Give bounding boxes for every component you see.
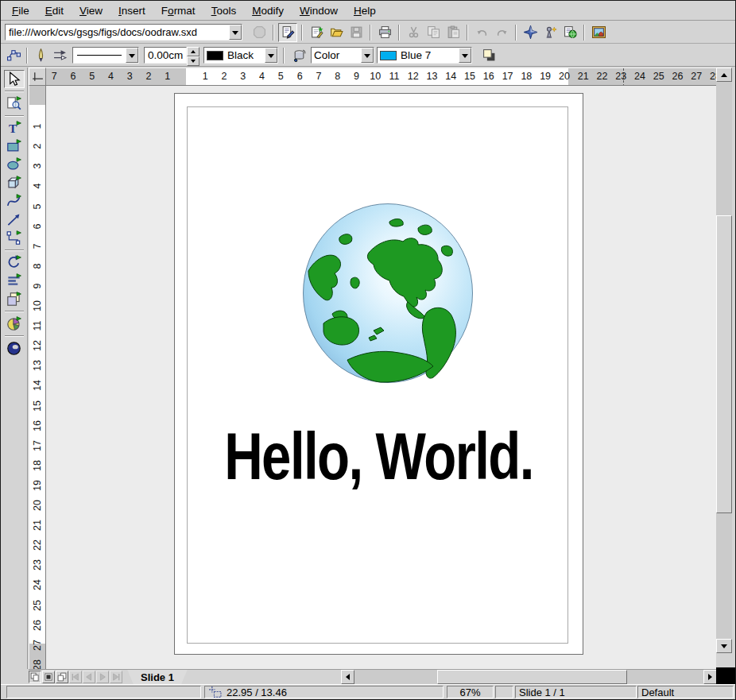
hyperlink-button[interactable]	[560, 23, 579, 42]
h-ruler-number: 3	[122, 71, 138, 82]
scroll-right-button[interactable]	[703, 670, 717, 684]
page-mode-button[interactable]	[29, 671, 41, 683]
arrange-tool-button[interactable]	[4, 290, 25, 308]
menu-help[interactable]: Help	[346, 2, 384, 19]
menu-view[interactable]: View	[72, 2, 110, 19]
effects-tool-button[interactable]	[4, 339, 25, 358]
h-ruler-number: 2	[216, 71, 232, 82]
zoom-level-field[interactable]: 67%	[447, 686, 494, 698]
horizontal-ruler[interactable]: 7654321123456789101112131415161718192021…	[46, 68, 716, 86]
horizontal-scrollbar-thumb[interactable]	[437, 670, 627, 684]
layer-mode-button[interactable]	[56, 671, 68, 683]
h-ruler-number: 20	[556, 71, 572, 82]
toolbox-separator	[5, 311, 24, 312]
align-tool-button[interactable]	[4, 272, 25, 290]
print-button[interactable]	[375, 23, 394, 42]
curve-tool-button[interactable]	[4, 192, 25, 211]
new-doc-icon	[310, 25, 323, 39]
nav-last-icon	[111, 672, 121, 682]
master-mode-button[interactable]	[42, 671, 55, 683]
fill-color-combobox[interactable]: Blue 7	[377, 47, 472, 64]
hello-world-text[interactable]: Hello, World.	[215, 423, 541, 489]
ruler-origin-button[interactable]	[29, 68, 46, 86]
menu-tools[interactable]: Tools	[203, 2, 245, 19]
line-width-field[interactable]: 0.00cm	[144, 47, 187, 64]
scroll-left-button[interactable]	[341, 670, 354, 684]
save-button[interactable]	[347, 23, 366, 42]
line-width-increase-button[interactable]	[187, 47, 199, 56]
nav-prev-button[interactable]	[83, 671, 95, 683]
cut-button[interactable]	[404, 23, 423, 42]
rotate-tool-button[interactable]	[4, 253, 25, 272]
slide-tab[interactable]: Slide 1	[127, 670, 188, 685]
h-ruler-number: 13	[424, 71, 440, 82]
rect-tool-button[interactable]	[4, 137, 25, 156]
line-color-combobox[interactable]: Black	[203, 47, 278, 64]
line-color-dropdown-button[interactable]	[265, 48, 277, 63]
zoom-page-button[interactable]	[4, 95, 25, 113]
arrow-style-button[interactable]	[50, 46, 69, 65]
h-ruler-number: 1	[197, 71, 213, 82]
nav-next-button[interactable]	[96, 671, 109, 683]
toolbar-separator	[467, 25, 468, 41]
new-doc-button[interactable]	[307, 23, 326, 42]
stop-button[interactable]	[250, 23, 269, 42]
v-ruler-number: 26	[29, 617, 45, 633]
edit-file-button[interactable]	[278, 23, 297, 42]
shadow-toggle-button[interactable]	[479, 46, 498, 65]
vertical-scrollbar-thumb[interactable]	[716, 215, 732, 513]
undo-button[interactable]	[472, 23, 491, 42]
h-ruler-number: 23	[613, 71, 629, 82]
drawing-workspace[interactable]: Hello, World.	[46, 86, 716, 669]
vertical-scrollbar[interactable]	[716, 68, 732, 653]
effects-tool-icon	[6, 341, 21, 356]
select-button[interactable]	[4, 70, 25, 88]
copy-button[interactable]	[424, 23, 443, 42]
line-style-dropdown-button[interactable]	[126, 48, 138, 63]
edit-points-button[interactable]	[4, 46, 23, 65]
area-dialog-button[interactable]	[289, 46, 308, 65]
menu-edit[interactable]: Edit	[37, 2, 72, 19]
arrow-tool-button[interactable]	[4, 211, 25, 229]
scroll-down-button[interactable]	[716, 639, 732, 653]
menu-file[interactable]: File	[4, 2, 37, 19]
menu-format[interactable]: Format	[153, 2, 203, 19]
vertical-ruler[interactable]: 1234567891011121314151617181920212223242…	[29, 86, 46, 669]
nav-first-button[interactable]	[69, 671, 82, 683]
cube-tool-icon	[6, 176, 21, 191]
status-message-field	[6, 686, 201, 698]
connector-tool-button[interactable]	[4, 229, 25, 247]
window-resize-corner[interactable]	[716, 667, 735, 684]
paste-button[interactable]	[444, 23, 463, 42]
text-tool-button[interactable]: T	[4, 119, 25, 137]
gallery-button[interactable]	[589, 23, 608, 42]
drawing-page[interactable]: Hello, World.	[174, 93, 583, 655]
open-button[interactable]	[327, 23, 346, 42]
select-icon	[6, 72, 21, 87]
fill-color-dropdown-button[interactable]	[459, 48, 471, 63]
v-ruler-number: 25	[29, 598, 45, 613]
cube-tool-button[interactable]	[4, 174, 25, 192]
toolbar-separator	[26, 48, 28, 64]
globe-image[interactable]	[302, 203, 474, 385]
fill-style-dropdown-button[interactable]	[361, 48, 374, 63]
url-dropdown-button[interactable]	[229, 25, 242, 40]
horizontal-scrollbar[interactable]	[341, 670, 717, 684]
copy-icon	[427, 25, 440, 39]
line-style-combobox[interactable]	[72, 47, 139, 64]
menu-window[interactable]: Window	[292, 2, 346, 19]
url-input[interactable]	[6, 25, 229, 40]
ellipse-tool-button[interactable]	[4, 156, 25, 174]
navigator-button[interactable]	[521, 23, 540, 42]
redo-button[interactable]	[492, 23, 511, 42]
scroll-up-button[interactable]	[716, 68, 732, 82]
pie-tool-button[interactable]	[4, 315, 25, 333]
line-width-decrease-button[interactable]	[187, 56, 199, 66]
menu-modify[interactable]: Modify	[244, 2, 292, 19]
autopilot-button[interactable]	[540, 23, 560, 42]
line-dialog-button[interactable]	[31, 46, 50, 65]
h-ruler-number: 11	[386, 71, 402, 82]
fill-style-combobox[interactable]: Color	[311, 47, 374, 64]
nav-last-button[interactable]	[110, 671, 122, 683]
menu-insert[interactable]: Insert	[110, 2, 153, 19]
